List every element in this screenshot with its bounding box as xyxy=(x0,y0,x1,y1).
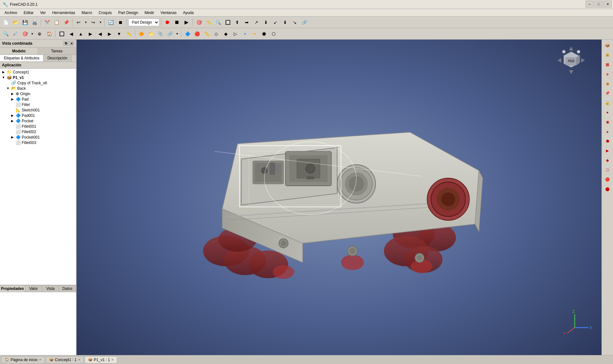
rt-btn-3[interactable]: ▦ xyxy=(603,60,612,69)
tree-item-back[interactable]: 📂Back xyxy=(0,86,76,91)
part4-drop[interactable]: ▼ xyxy=(175,29,179,38)
menu-ayuda[interactable]: Ayuda xyxy=(180,10,197,16)
view-front2-btn[interactable]: ▶ xyxy=(86,29,95,38)
open-file-btn[interactable]: 📂 xyxy=(11,18,20,27)
page-tab-concept1[interactable]: 📦 Concept1 : 1 ✕ xyxy=(46,356,84,363)
mesh3-btn[interactable]: ▷ xyxy=(231,29,240,38)
tree-arrow-pad[interactable] xyxy=(10,97,15,101)
solid3-btn[interactable]: 📏 xyxy=(202,29,211,38)
rt-btn-1[interactable]: 📦 xyxy=(603,41,612,50)
paste-btn[interactable]: 📌 xyxy=(62,18,71,27)
tree-item-fillet002[interactable]: ⬜Fillet002 xyxy=(0,129,76,134)
part1-btn[interactable]: 🔶 xyxy=(137,29,146,38)
rt-btn-4[interactable]: ◈ xyxy=(603,70,612,79)
rt-btn-2[interactable]: ▣ xyxy=(603,50,612,59)
view-back2-btn[interactable]: ▶ xyxy=(105,29,114,38)
mesh5-btn[interactable]: 🔸 xyxy=(250,29,259,38)
undo-drop-btn[interactable]: ▼ xyxy=(84,18,88,27)
part2-btn[interactable]: 📁 xyxy=(146,29,155,38)
props-tab-propiedades[interactable]: Propiedades xyxy=(0,285,25,292)
rt-btn-8[interactable]: ● xyxy=(603,108,612,117)
3d-viewport[interactable]: X Z Y PER xyxy=(77,40,602,355)
tree-arrow-back[interactable] xyxy=(6,87,10,90)
tree-arrow-pad001[interactable] xyxy=(10,114,15,117)
stop-btn[interactable]: ⏹ xyxy=(116,18,125,27)
tree-arrow-concept1[interactable] xyxy=(1,70,6,74)
zoom-fit-btn[interactable]: ⊕ xyxy=(35,29,44,38)
tree-item-origin[interactable]: ⊕Origin xyxy=(0,91,76,96)
tree-item-copy_track[interactable]: 🔗Copy of Track_x6 xyxy=(0,80,76,86)
zoom-in-btn[interactable]: 🔍 xyxy=(1,29,10,38)
refresh-btn[interactable]: 🔄 xyxy=(106,18,115,27)
tree-item-sketch001[interactable]: 📐Sketch001 xyxy=(0,107,76,113)
menu-macro[interactable]: Macro xyxy=(78,10,95,16)
tab-p1v1-close[interactable]: ✕ xyxy=(111,358,114,361)
tree-item-pocket[interactable]: 🔷Pocket xyxy=(0,118,76,124)
solid2-btn[interactable]: 🔴 xyxy=(193,29,201,38)
select-drop-btn[interactable]: ▼ xyxy=(30,29,34,38)
props-tab-datos[interactable]: Datos xyxy=(59,285,76,292)
save-btn[interactable]: 💾 xyxy=(20,18,29,27)
menu-medir[interactable]: Medir xyxy=(141,10,157,16)
tree-item-pad[interactable]: 🔷Pad xyxy=(0,96,76,102)
workbench-selector[interactable]: Part Design xyxy=(128,19,159,26)
select-btn[interactable]: 🎯 xyxy=(20,29,29,38)
menu-editar[interactable]: Editar xyxy=(20,10,37,16)
view-bottom2-btn[interactable]: ▼ xyxy=(115,29,124,38)
viewfit-btn[interactable]: 🔍 xyxy=(214,18,223,27)
panel-close-btn[interactable]: ✕ xyxy=(69,41,74,46)
page-tab-inicio[interactable]: 🏠 Página de inicio ✕ xyxy=(1,356,45,363)
tree-item-fillet001[interactable]: ⬜Fillet001 xyxy=(0,124,76,129)
mesh7-btn[interactable]: ⬡ xyxy=(269,29,278,38)
mesh1-btn[interactable]: ◇ xyxy=(212,29,221,38)
view-left2-btn[interactable]: ◀ xyxy=(67,29,76,38)
part3-btn[interactable]: 📎 xyxy=(156,29,165,38)
solid1-btn[interactable]: 🔷 xyxy=(183,29,192,38)
view-bottom-btn[interactable]: ⬇ xyxy=(281,18,290,27)
menu-herramientas[interactable]: Herramientas xyxy=(49,10,78,16)
view-cube-btn[interactable]: 🔲 xyxy=(223,18,232,27)
rt-btn-11[interactable]: ⬟ xyxy=(603,137,612,146)
menu-ventanas[interactable]: Ventanas xyxy=(157,10,180,16)
tab-tareas[interactable]: Tareas xyxy=(38,48,76,55)
macro-record-btn[interactable]: ⏺ xyxy=(163,18,172,27)
tab-modelo[interactable]: Modelo xyxy=(0,48,38,55)
view3d-btn[interactable]: 🎯 xyxy=(194,18,203,27)
view-right2-btn[interactable]: ◀ xyxy=(95,29,104,38)
cut-btn[interactable]: ✂️ xyxy=(42,18,51,27)
print-btn[interactable]: 🖨️ xyxy=(30,18,39,27)
close-button[interactable]: ✕ xyxy=(603,1,612,8)
undo-btn[interactable]: ↩ xyxy=(74,18,83,27)
menu-ver[interactable]: Ver xyxy=(37,10,49,16)
tree-arrow-pocket[interactable] xyxy=(10,119,15,123)
rt-btn-6[interactable]: 📌 xyxy=(603,89,612,98)
menu-croquis[interactable]: Croquis xyxy=(95,10,115,16)
view-front-btn[interactable]: ➡ xyxy=(242,18,251,27)
macro-stop-btn[interactable]: ⏹ xyxy=(172,18,181,27)
rt-btn-15[interactable]: 🔴 xyxy=(603,175,612,184)
view-back-btn[interactable]: ⬇ xyxy=(261,18,270,27)
menu-partdesign[interactable]: Part Design xyxy=(115,10,141,16)
tab-descripcion[interactable]: Descripción xyxy=(43,55,72,62)
copy-btn[interactable]: 📋 xyxy=(52,18,61,27)
view-iso-btn[interactable]: ↘ xyxy=(290,18,299,27)
view-top2-btn[interactable]: ▲ xyxy=(76,29,85,38)
draw-line-btn[interactable]: 📏 xyxy=(124,29,133,38)
mesh2-btn[interactable]: ◆ xyxy=(221,29,230,38)
view-top-btn[interactable]: ⬆ xyxy=(233,18,242,27)
snap-btn[interactable]: 🔗 xyxy=(300,18,309,27)
tab-etiquetas[interactable]: Etiquetas & Atributos xyxy=(0,55,43,62)
view-left-btn[interactable]: ↙ xyxy=(271,18,280,27)
rt-btn-9[interactable]: ◉ xyxy=(603,118,612,126)
zoom-out-btn[interactable]: 🔎 xyxy=(11,29,20,38)
rt-btn-13[interactable]: ◆ xyxy=(603,156,612,165)
rt-btn-10[interactable]: ▲ xyxy=(603,127,612,136)
page-tab-p1v1[interactable]: 📦 P1_v1 : 1 ✕ xyxy=(85,356,117,363)
redo-drop-btn[interactable]: ▼ xyxy=(98,18,103,27)
mesh6-btn[interactable]: ⬟ xyxy=(260,29,269,38)
tree-item-concept1[interactable]: 📁Concept1 xyxy=(0,69,76,75)
tree-item-p1v1[interactable]: 📦P1_v1 xyxy=(0,75,76,80)
nav-cube-views[interactable]: 🔲 xyxy=(57,29,66,38)
view2d-btn[interactable]: 📏 xyxy=(204,18,213,27)
tree-item-fillet[interactable]: ⬜Fillet xyxy=(0,102,76,107)
